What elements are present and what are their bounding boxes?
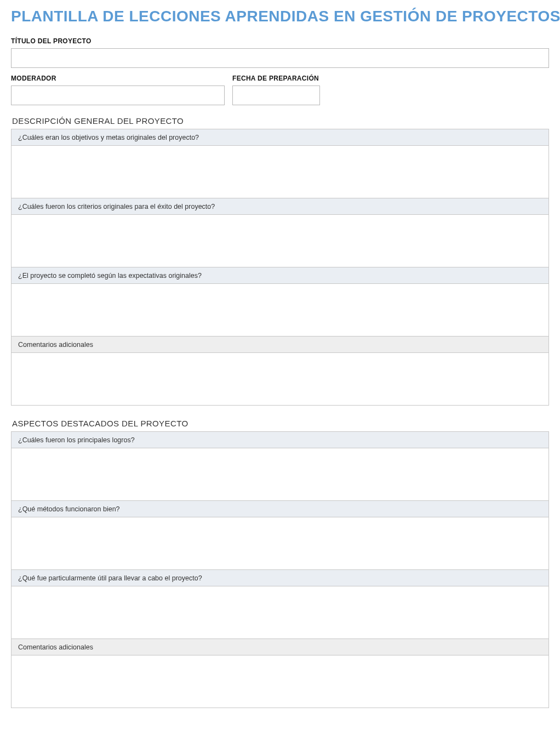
- overview-q1: ¿Cuáles eran los objetivos y metas origi…: [12, 129, 549, 146]
- moderator-input[interactable]: [11, 85, 225, 105]
- overview-q2: ¿Cuáles fueron los criterios originales …: [12, 198, 549, 215]
- prep-date-label: FECHA DE PREPARACIÓN: [232, 75, 320, 82]
- highlights-a2[interactable]: [12, 517, 549, 570]
- highlights-a1[interactable]: [12, 448, 549, 501]
- highlights-a3[interactable]: [12, 586, 549, 639]
- overview-a1[interactable]: [12, 146, 549, 198]
- highlights-q2: ¿Qué métodos funcionaron bien?: [12, 501, 549, 517]
- prep-date-input[interactable]: [232, 85, 320, 105]
- moderator-label: MODERADOR: [11, 75, 225, 82]
- overview-a3[interactable]: [12, 284, 549, 337]
- overview-q3: ¿El proyecto se completó según las expec…: [12, 267, 549, 284]
- highlights-table: ¿Cuáles fueron los principales logros? ¿…: [11, 431, 549, 708]
- highlights-q3: ¿Qué fue particularmente útil para lleva…: [12, 570, 549, 586]
- overview-a2[interactable]: [12, 215, 549, 267]
- highlights-q1: ¿Cuáles fueron los principales logros?: [12, 432, 549, 448]
- overview-a4[interactable]: [12, 353, 549, 406]
- highlights-q4: Comentarios adicionales: [12, 639, 549, 655]
- project-title-input[interactable]: [11, 48, 549, 68]
- overview-q4: Comentarios adicionales: [12, 337, 549, 353]
- highlights-a4[interactable]: [12, 655, 549, 708]
- overview-table: ¿Cuáles eran los objetivos y metas origi…: [11, 129, 549, 406]
- project-title-label: TÍTULO DEL PROYECTO: [11, 37, 549, 45]
- page-title: PLANTILLA DE LECCIONES APRENDIDAS EN GES…: [11, 8, 549, 25]
- overview-heading: DESCRIPCIÓN GENERAL DEL PROYECTO: [12, 116, 549, 126]
- highlights-heading: ASPECTOS DESTACADOS DEL PROYECTO: [12, 419, 549, 428]
